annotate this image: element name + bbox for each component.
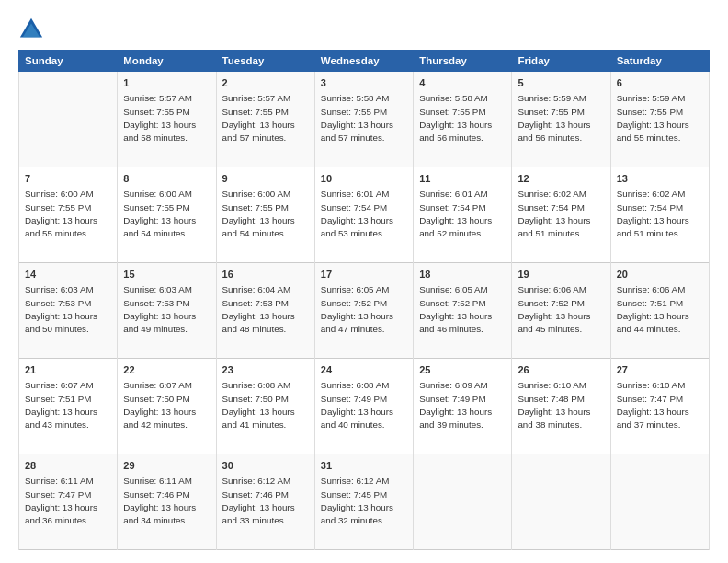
day-cell: 6Sunrise: 5:59 AM Sunset: 7:55 PM Daylig…: [610, 72, 709, 167]
day-cell: 5Sunrise: 5:59 AM Sunset: 7:55 PM Daylig…: [512, 72, 610, 167]
day-info: Sunrise: 6:00 AM Sunset: 7:55 PM Dayligh…: [222, 188, 309, 240]
logo-icon: [18, 17, 44, 42]
day-cell: [414, 454, 512, 550]
page: SundayMondayTuesdayWednesdayThursdayFrid…: [0, 0, 728, 563]
day-number: 27: [617, 363, 703, 377]
day-number: 8: [123, 172, 210, 186]
day-number: 31: [321, 459, 407, 473]
day-info: Sunrise: 5:58 AM Sunset: 7:55 PM Dayligh…: [321, 92, 407, 144]
day-cell: 4Sunrise: 5:58 AM Sunset: 7:55 PM Daylig…: [414, 72, 512, 167]
day-number: 30: [222, 459, 309, 473]
day-number: 13: [617, 172, 703, 186]
day-cell: 17Sunrise: 6:05 AM Sunset: 7:52 PM Dayli…: [314, 263, 413, 359]
day-number: 6: [617, 76, 703, 90]
day-cell: 16Sunrise: 6:04 AM Sunset: 7:53 PM Dayli…: [216, 263, 314, 359]
day-info: Sunrise: 6:02 AM Sunset: 7:54 PM Dayligh…: [518, 188, 604, 240]
day-info: Sunrise: 6:08 AM Sunset: 7:50 PM Dayligh…: [222, 379, 309, 431]
day-cell: 2Sunrise: 5:57 AM Sunset: 7:55 PM Daylig…: [216, 72, 314, 167]
day-info: Sunrise: 6:00 AM Sunset: 7:55 PM Dayligh…: [123, 188, 210, 240]
day-cell: 24Sunrise: 6:08 AM Sunset: 7:49 PM Dayli…: [314, 359, 413, 454]
day-number: 18: [419, 268, 506, 282]
day-cell: 29Sunrise: 6:11 AM Sunset: 7:46 PM Dayli…: [118, 454, 216, 550]
day-info: Sunrise: 6:06 AM Sunset: 7:51 PM Dayligh…: [617, 283, 703, 336]
day-info: Sunrise: 5:59 AM Sunset: 7:55 PM Dayligh…: [617, 92, 703, 144]
day-info: Sunrise: 5:59 AM Sunset: 7:55 PM Dayligh…: [518, 92, 604, 144]
col-header-saturday: Saturday: [610, 51, 709, 72]
col-header-sunday: Sunday: [19, 51, 118, 72]
col-header-tuesday: Tuesday: [216, 51, 314, 72]
day-info: Sunrise: 6:01 AM Sunset: 7:54 PM Dayligh…: [419, 188, 506, 240]
day-cell: 22Sunrise: 6:07 AM Sunset: 7:50 PM Dayli…: [118, 359, 216, 454]
day-info: Sunrise: 6:11 AM Sunset: 7:47 PM Dayligh…: [25, 475, 111, 527]
day-info: Sunrise: 6:10 AM Sunset: 7:48 PM Dayligh…: [518, 379, 604, 431]
day-info: Sunrise: 5:57 AM Sunset: 7:55 PM Dayligh…: [123, 92, 210, 144]
day-cell: 1Sunrise: 5:57 AM Sunset: 7:55 PM Daylig…: [118, 72, 216, 167]
day-number: 2: [222, 76, 309, 90]
week-row-3: 14Sunrise: 6:03 AM Sunset: 7:53 PM Dayli…: [19, 263, 710, 359]
day-cell: 31Sunrise: 6:12 AM Sunset: 7:45 PM Dayli…: [314, 454, 413, 550]
day-info: Sunrise: 6:00 AM Sunset: 7:55 PM Dayligh…: [25, 188, 111, 240]
day-number: 4: [419, 76, 506, 90]
week-row-2: 7Sunrise: 6:00 AM Sunset: 7:55 PM Daylig…: [19, 167, 710, 263]
day-number: 7: [25, 172, 111, 186]
day-info: Sunrise: 6:05 AM Sunset: 7:52 PM Dayligh…: [419, 283, 506, 336]
day-info: Sunrise: 6:07 AM Sunset: 7:51 PM Dayligh…: [25, 379, 111, 431]
day-cell: 23Sunrise: 6:08 AM Sunset: 7:50 PM Dayli…: [216, 359, 314, 454]
day-info: Sunrise: 6:01 AM Sunset: 7:54 PM Dayligh…: [321, 188, 407, 240]
day-cell: 9Sunrise: 6:00 AM Sunset: 7:55 PM Daylig…: [216, 167, 314, 263]
col-header-thursday: Thursday: [414, 51, 512, 72]
day-number: 5: [518, 76, 604, 90]
day-number: 29: [123, 459, 210, 473]
calendar-table: SundayMondayTuesdayWednesdayThursdayFrid…: [18, 50, 710, 550]
day-cell: 8Sunrise: 6:00 AM Sunset: 7:55 PM Daylig…: [118, 167, 216, 263]
day-number: 26: [518, 363, 604, 377]
day-cell: 28Sunrise: 6:11 AM Sunset: 7:47 PM Dayli…: [19, 454, 118, 550]
day-number: 14: [25, 268, 111, 282]
day-number: 20: [617, 268, 703, 282]
day-info: Sunrise: 6:06 AM Sunset: 7:52 PM Dayligh…: [518, 283, 604, 336]
day-info: Sunrise: 6:04 AM Sunset: 7:53 PM Dayligh…: [222, 283, 309, 336]
day-cell: 11Sunrise: 6:01 AM Sunset: 7:54 PM Dayli…: [414, 167, 512, 263]
day-number: 17: [321, 268, 407, 282]
day-info: Sunrise: 6:03 AM Sunset: 7:53 PM Dayligh…: [123, 283, 210, 336]
day-info: Sunrise: 6:09 AM Sunset: 7:49 PM Dayligh…: [419, 379, 506, 431]
calendar-body: 1Sunrise: 5:57 AM Sunset: 7:55 PM Daylig…: [19, 72, 710, 550]
day-number: 12: [518, 172, 604, 186]
day-cell: 27Sunrise: 6:10 AM Sunset: 7:47 PM Dayli…: [610, 359, 709, 454]
day-cell: 13Sunrise: 6:02 AM Sunset: 7:54 PM Dayli…: [610, 167, 709, 263]
day-number: 19: [518, 268, 604, 282]
day-cell: [610, 454, 709, 550]
day-info: Sunrise: 6:12 AM Sunset: 7:46 PM Dayligh…: [222, 475, 309, 527]
day-info: Sunrise: 6:08 AM Sunset: 7:49 PM Dayligh…: [321, 379, 407, 431]
day-number: 16: [222, 268, 309, 282]
day-number: 15: [123, 268, 210, 282]
day-number: 28: [25, 459, 111, 473]
day-number: 22: [123, 363, 210, 377]
day-number: 10: [321, 172, 407, 186]
col-header-wednesday: Wednesday: [314, 51, 413, 72]
day-cell: 25Sunrise: 6:09 AM Sunset: 7:49 PM Dayli…: [414, 359, 512, 454]
day-cell: 18Sunrise: 6:05 AM Sunset: 7:52 PM Dayli…: [414, 263, 512, 359]
header-row: SundayMondayTuesdayWednesdayThursdayFrid…: [19, 51, 710, 72]
day-info: Sunrise: 6:11 AM Sunset: 7:46 PM Dayligh…: [123, 475, 210, 527]
header: [18, 17, 710, 42]
col-header-monday: Monday: [118, 51, 216, 72]
day-cell: 30Sunrise: 6:12 AM Sunset: 7:46 PM Dayli…: [216, 454, 314, 550]
day-number: 21: [25, 363, 111, 377]
day-number: 11: [419, 172, 506, 186]
day-number: 1: [123, 76, 210, 90]
day-cell: 21Sunrise: 6:07 AM Sunset: 7:51 PM Dayli…: [19, 359, 118, 454]
day-cell: 20Sunrise: 6:06 AM Sunset: 7:51 PM Dayli…: [610, 263, 709, 359]
day-info: Sunrise: 6:07 AM Sunset: 7:50 PM Dayligh…: [123, 379, 210, 431]
day-cell: 15Sunrise: 6:03 AM Sunset: 7:53 PM Dayli…: [118, 263, 216, 359]
day-cell: 26Sunrise: 6:10 AM Sunset: 7:48 PM Dayli…: [512, 359, 610, 454]
day-number: 3: [321, 76, 407, 90]
week-row-5: 28Sunrise: 6:11 AM Sunset: 7:47 PM Dayli…: [19, 454, 710, 550]
day-number: 23: [222, 363, 309, 377]
day-cell: 3Sunrise: 5:58 AM Sunset: 7:55 PM Daylig…: [314, 72, 413, 167]
day-cell: 19Sunrise: 6:06 AM Sunset: 7:52 PM Dayli…: [512, 263, 610, 359]
day-info: Sunrise: 5:57 AM Sunset: 7:55 PM Dayligh…: [222, 92, 309, 144]
day-info: Sunrise: 6:10 AM Sunset: 7:47 PM Dayligh…: [617, 379, 703, 431]
day-cell: 14Sunrise: 6:03 AM Sunset: 7:53 PM Dayli…: [19, 263, 118, 359]
day-info: Sunrise: 6:12 AM Sunset: 7:45 PM Dayligh…: [321, 475, 407, 527]
